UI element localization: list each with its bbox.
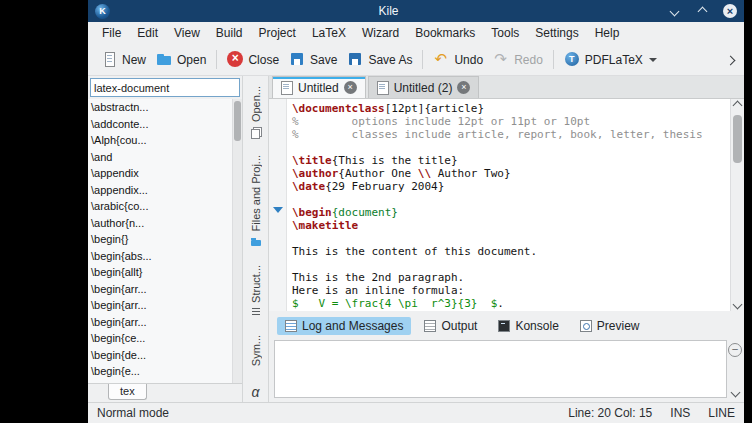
menu-item[interactable]: Settings [527,24,586,42]
editor-tab[interactable]: Untitled (2) [368,76,480,98]
editor-scrollbar[interactable] [730,99,744,311]
scrollbar-thumb[interactable] [733,115,742,163]
document-tabbar: Untitled Untitled (2) [269,76,744,99]
toolbar-button-label: New [122,53,146,67]
editor-tab-label: Untitled [298,81,339,95]
scroll-up-icon[interactable] [733,101,743,111]
menu-item[interactable]: File [94,24,129,42]
latex-command-item[interactable]: \Alph{cou... [88,132,242,149]
sidebar-tab[interactable]: Struct... [248,261,264,323]
minimize-button[interactable] [667,4,681,18]
menu-item[interactable]: View [166,24,208,42]
insert-mode-indicator[interactable]: INS [670,406,690,420]
latex-command-item[interactable]: \begin{arr... [88,281,242,298]
tab-close-icon[interactable] [344,81,357,94]
mode-indicator: Normal mode [97,406,169,420]
scroll-down-icon[interactable] [733,300,743,310]
sidebar-tab-icon [250,236,262,248]
latex-command-item[interactable]: \begin{} [88,231,242,248]
chevron-down-icon[interactable] [730,388,740,398]
latex-command-item[interactable]: \begin{abs... [88,248,242,265]
editor-icon-border[interactable] [269,99,287,311]
latex-command-item[interactable]: \begin{arr... [88,314,242,331]
collapse-panel-button[interactable] [728,343,742,357]
eol-indicator[interactable]: LINE [708,406,735,420]
command-filter-input[interactable] [90,78,240,97]
sidebar-tab-icon [250,306,262,318]
code-line: \date{29 February 2004} [292,180,730,193]
sidebar-tab-label: Open... [250,86,262,122]
log-messages-view[interactable] [274,340,727,398]
latex-command-item[interactable]: \begin{allt} [88,264,242,281]
latex-command-item[interactable]: \abstractn... [88,99,242,116]
editor-text[interactable]: \documentclass[12pt]{article}% options i… [287,99,730,311]
toolview-tab[interactable]: Konsole [490,317,566,335]
sidebar-tab[interactable]: α [250,380,262,402]
latex-command-item[interactable]: \appendix [88,165,242,182]
code-line: \maketitle [292,219,730,232]
toolview-tab[interactable]: Output [416,317,485,335]
menu-item[interactable]: Build [208,24,251,42]
sidebar-tab-label: Files and Proj... [250,155,262,231]
toolview-tab[interactable]: Preview [572,317,648,335]
latex-command-item[interactable]: \begin{ce... [88,330,242,347]
menu-item[interactable]: Bookmarks [407,24,483,42]
line-col-indicator[interactable]: Line: 20 Col: 15 [568,406,652,420]
toolbar-buttons: New Open Close [96,48,662,71]
editor-tab[interactable]: Untitled [272,76,366,98]
latex-command-list[interactable]: \abstractn... \addconte... \Alph{cou... … [88,99,242,383]
fold-marker-icon[interactable] [273,207,283,213]
sidebar-tab[interactable]: Sym... [248,331,264,370]
toolbar: New Open Close [88,44,744,76]
toolbar-button-label: PDFLaTeX [585,53,643,67]
latex-command-item[interactable]: \and [88,149,242,166]
maximize-button[interactable] [695,4,709,18]
menu-item[interactable]: Help [587,24,628,42]
toolbar-overflow-button[interactable] [719,51,736,69]
latex-command-item[interactable]: \author{n... [88,215,242,232]
toolview-tab[interactable]: Log and Messages [277,317,411,335]
dropdown-arrow-icon [649,58,657,62]
latex-command-item[interactable]: \arabic{co... [88,198,242,215]
code-line: \begin{document} [292,206,730,219]
toolbar-button[interactable]: Redo [488,48,548,71]
editor-view: \documentclass[12pt]{article}% options i… [269,99,744,311]
sidebar-tab-label: Struct... [250,265,262,303]
latex-command-item[interactable]: \begin{de... [88,347,242,364]
toolbar-button[interactable]: New [96,48,151,71]
toolview-tab-icon [580,320,592,332]
latex-command-item[interactable]: \begin{e... [88,363,242,380]
sidebar-tab[interactable]: Files and Proj... [248,151,264,251]
document-icon [281,81,293,95]
command-list-scrollbar[interactable] [232,99,242,383]
code-line: % classes include article, report, book,… [292,128,730,141]
toolbar-button[interactable]: Undo [428,48,488,71]
latex-command-item[interactable]: \begin{arr... [88,297,242,314]
toolbar-button-label: Save [310,53,337,67]
menu-item[interactable]: Project [251,24,304,42]
latex-command-item[interactable]: \appendix... [88,182,242,199]
code-line: $ V = \frac{4 \pi r^3}{3} $. [292,297,730,310]
tab-tex[interactable]: tex [108,384,147,400]
menu-item[interactable]: LaTeX [304,24,354,42]
toolview-tab-icon [498,320,510,332]
toolbar-button[interactable]: PDFLaTeX [559,48,662,71]
toolbar-button[interactable]: Close [222,48,284,71]
scrollbar-thumb[interactable] [234,101,241,141]
sidebar-tabstrip: Open... Files and Proj... Struct... Sym.… [243,76,269,402]
sidebar-tab-icon [250,126,262,138]
latex-command-item[interactable]: \addconte... [88,116,242,133]
titlebar[interactable]: K Kile × [88,0,744,22]
menu-item[interactable]: Wizard [354,24,407,42]
toolbar-button[interactable]: Save As [342,48,417,71]
tab-close-icon[interactable] [457,81,470,94]
sidebar-tab[interactable]: Open... [248,82,264,142]
close-window-button[interactable]: × [723,4,737,18]
menu-item[interactable]: Edit [129,24,166,42]
code-line [292,258,730,271]
toolbar-button-icon [227,51,244,68]
toolbar-button[interactable]: Save [284,48,342,71]
menu-item[interactable]: Tools [483,24,527,42]
chevron-down-icon [669,6,679,16]
toolbar-button[interactable]: Open [151,48,211,71]
